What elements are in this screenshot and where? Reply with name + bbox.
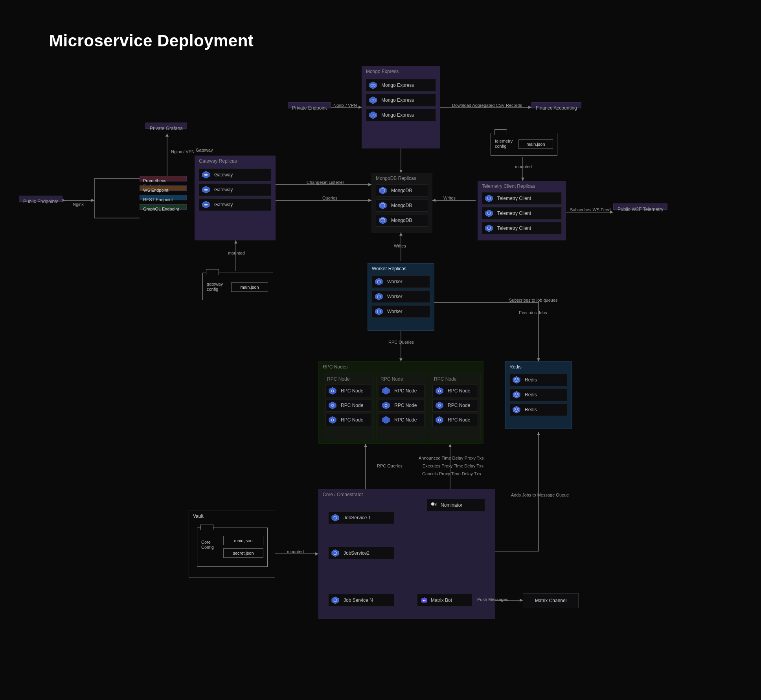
config-file: main.json bbox=[231, 282, 268, 292]
hex-icon bbox=[328, 401, 337, 409]
svg-marker-74 bbox=[332, 597, 339, 604]
group-title: RPC Nodes bbox=[323, 364, 347, 370]
finance-accounting-node: Finance Accounting bbox=[531, 102, 581, 108]
gateway-replicas-group: Gateway Replicas Gateway Gateway Gateway bbox=[195, 156, 276, 240]
group-title: RPC Node bbox=[434, 376, 456, 382]
gateway-config-folder: gateway config main.json bbox=[202, 273, 273, 300]
edge-nginx-vpn-grafana: Nginx / VPN bbox=[171, 149, 195, 154]
svg-rect-21 bbox=[204, 204, 208, 205]
label: Private Endpoint bbox=[292, 105, 327, 111]
svg-rect-19 bbox=[204, 189, 208, 191]
svg-marker-54 bbox=[329, 402, 336, 409]
rpc-node: RPC Node bbox=[432, 399, 478, 412]
svg-marker-60 bbox=[382, 402, 390, 409]
label: RPC Node bbox=[341, 388, 363, 394]
vault-folder: Vault Core Config main.json secret.json bbox=[189, 511, 275, 577]
label: Redis bbox=[525, 392, 537, 398]
hex-icon bbox=[375, 278, 383, 286]
edge-writes-worker: Writes bbox=[394, 244, 406, 248]
mongo-express-node: Mongo Express bbox=[366, 79, 436, 92]
db-hex-icon bbox=[379, 216, 387, 224]
svg-marker-45 bbox=[375, 293, 382, 300]
telemetry-node: Telemetry Client bbox=[482, 192, 562, 205]
config-file: secret.json bbox=[223, 548, 263, 558]
svg-rect-78 bbox=[436, 504, 436, 506]
label: MongoDB bbox=[391, 188, 412, 193]
job-service: JobService2 bbox=[328, 547, 394, 559]
label: Telemetry Client bbox=[497, 211, 531, 216]
gateway-replica: Gateway bbox=[199, 183, 271, 196]
svg-marker-50 bbox=[513, 391, 520, 398]
svg-marker-66 bbox=[436, 402, 443, 409]
vault-title: Vault bbox=[193, 513, 203, 519]
group-title: Worker Replicas bbox=[372, 266, 406, 271]
rpc-node: RPC Node bbox=[325, 414, 371, 426]
edge-rpc-queries-worker: RPC Queries bbox=[388, 340, 414, 345]
edge-tx3: Cancels Proxy Time Delay Txs bbox=[422, 471, 481, 476]
core-orchestrator-group: Core / Orchestrator JobService 1 JobServ… bbox=[318, 489, 495, 619]
label: Worker bbox=[387, 279, 402, 284]
bot-icon bbox=[420, 596, 428, 604]
label: Gateway bbox=[214, 202, 233, 207]
label: RPC Node bbox=[394, 417, 417, 423]
ws-endpoint: WS Endpoint bbox=[140, 185, 187, 191]
label: Redis bbox=[525, 377, 537, 383]
label: RPC Node bbox=[394, 388, 417, 394]
private-grafana-node: Private Grafana bbox=[145, 123, 187, 129]
svg-point-80 bbox=[423, 600, 424, 601]
svg-marker-70 bbox=[332, 514, 339, 521]
worker-node: Worker bbox=[372, 305, 430, 318]
label: Worker bbox=[387, 294, 402, 299]
svg-marker-41 bbox=[485, 225, 493, 232]
redis-group: Redis Redis Redis Redis bbox=[505, 361, 572, 429]
folder-tab-icon bbox=[200, 524, 213, 530]
rpc-node: RPC Node bbox=[432, 414, 478, 426]
svg-rect-17 bbox=[204, 174, 208, 176]
svg-marker-56 bbox=[329, 416, 336, 423]
diagram-canvas: Microservice Deployment bbox=[0, 0, 761, 700]
label: Finance Accounting bbox=[536, 105, 577, 111]
hex-icon bbox=[435, 416, 444, 424]
rpc-nodes-group: RPC Nodes RPC Node RPC Node RPC Node RPC… bbox=[318, 361, 483, 444]
label: Redis bbox=[525, 407, 537, 412]
redis-hex-icon bbox=[512, 376, 521, 384]
rpc-node: RPC Node bbox=[379, 399, 425, 412]
rpc-node: RPC Node bbox=[325, 385, 371, 397]
gateway-replica: Gateway bbox=[199, 198, 271, 211]
mongo-express-node: Mongo Express bbox=[366, 94, 436, 106]
hex-icon bbox=[485, 209, 493, 217]
label: Job Service N bbox=[344, 597, 373, 603]
redis-node: Redis bbox=[509, 403, 568, 416]
config-label: Core Config bbox=[201, 540, 214, 550]
mongodb-node: MongoDB bbox=[376, 214, 428, 227]
svg-marker-43 bbox=[375, 278, 382, 285]
edge-changeset: Changeset Listener bbox=[307, 180, 344, 185]
edge-tx2: Executes Proxy Time Delay Txs bbox=[423, 464, 483, 468]
label: Mongo Express bbox=[381, 97, 414, 103]
label: RPC Node bbox=[341, 403, 363, 408]
label: Worker bbox=[387, 309, 402, 314]
gateway-hex-icon bbox=[202, 186, 210, 194]
rpc-node: RPC Node bbox=[379, 414, 425, 426]
redis-node: Redis bbox=[509, 374, 568, 386]
svg-marker-33 bbox=[379, 202, 386, 209]
svg-marker-64 bbox=[436, 387, 443, 394]
edge-mounted-gateway: mounted bbox=[228, 251, 245, 255]
edge-queries: Queries bbox=[322, 196, 338, 200]
rpc-node-subgroup: RPC Node RPC Node RPC Node RPC Node bbox=[323, 374, 374, 440]
label: RPC Node bbox=[394, 403, 417, 408]
group-title: Gateway Replicas bbox=[199, 158, 237, 164]
hex-icon bbox=[382, 387, 390, 395]
label: JobService2 bbox=[344, 550, 369, 556]
rpc-node-subgroup: RPC Node RPC Node RPC Node RPC Node bbox=[430, 374, 481, 440]
nominator: Nominator bbox=[427, 499, 485, 511]
svg-marker-72 bbox=[332, 550, 339, 557]
svg-marker-52 bbox=[329, 387, 336, 394]
edge-mounted-telemetry: mounted bbox=[515, 164, 532, 169]
redis-hex-icon bbox=[512, 391, 521, 399]
svg-point-81 bbox=[425, 600, 426, 601]
label: Telemetry Client bbox=[497, 225, 531, 231]
edge-sub-jobs: Subscribes to job queues bbox=[509, 298, 558, 302]
mongodb-node: MongoDB bbox=[376, 184, 428, 197]
mongo-express-group: Mongo Express Mongo Express Mongo Expres… bbox=[362, 66, 440, 148]
